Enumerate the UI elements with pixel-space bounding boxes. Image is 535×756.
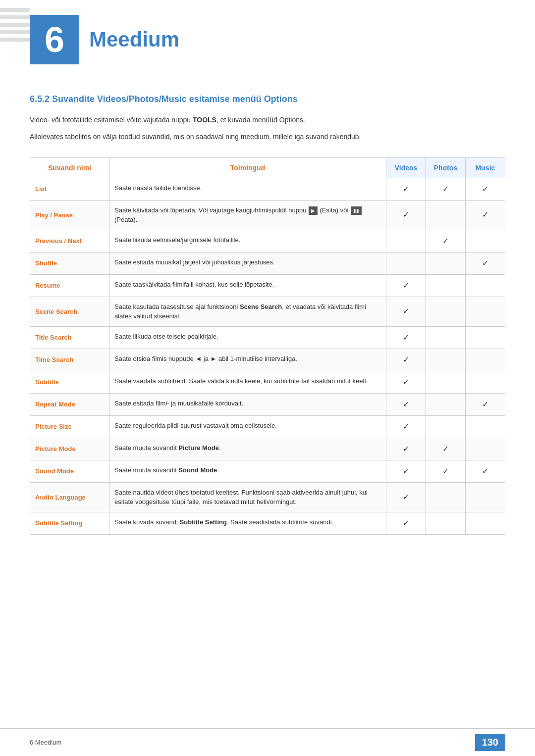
row-videos-check: ✓ bbox=[386, 415, 426, 438]
table-row: ListSaate naasta failide loendisse.✓✓✓ bbox=[30, 178, 505, 200]
row-photos-check: ✓ bbox=[426, 230, 466, 252]
row-photos-check bbox=[426, 393, 466, 415]
row-name: List bbox=[30, 178, 109, 200]
row-name: Audio Language bbox=[30, 482, 109, 512]
row-photos-check: ✓ bbox=[426, 178, 466, 200]
row-name: Previous / Next bbox=[30, 230, 109, 252]
row-description: Saate liikuda eelmisele/järgmisele fotof… bbox=[109, 230, 386, 252]
row-videos-check: ✓ bbox=[386, 200, 426, 230]
row-photos-check bbox=[426, 297, 466, 326]
col-header-videos: Videos bbox=[386, 157, 426, 178]
row-videos-check: ✓ bbox=[386, 371, 426, 393]
row-description: Saate muuta suvandit Sound Mode. bbox=[109, 460, 386, 482]
row-description: Saate käivitada või lõpetada. Või vajuta… bbox=[109, 200, 386, 230]
row-music-check bbox=[466, 371, 505, 393]
table-row: ResumeSaate taaskäivitada filmifaili koh… bbox=[30, 274, 505, 297]
row-videos-check: ✓ bbox=[386, 274, 426, 297]
row-music-check bbox=[466, 230, 505, 252]
row-music-check bbox=[466, 438, 505, 460]
row-photos-check bbox=[426, 274, 466, 297]
row-photos-check bbox=[426, 200, 466, 230]
row-description: Saate esitada muusikat järjest või juhus… bbox=[109, 252, 386, 274]
section-title: 6.5.2 Suvandite Videos/Photos/Music esit… bbox=[30, 94, 505, 104]
col-header-toimingud: Toimingud bbox=[109, 157, 386, 178]
table-row: Play / PauseSaate käivitada või lõpetada… bbox=[30, 200, 505, 230]
row-name: Picture Size bbox=[30, 415, 109, 438]
row-name: Sound Mode bbox=[30, 460, 109, 482]
row-music-check bbox=[466, 512, 505, 534]
row-videos-check: ✓ bbox=[386, 349, 426, 371]
row-name: Subtitle Setting bbox=[30, 512, 109, 534]
footer-right: 130 bbox=[475, 734, 505, 751]
row-music-check bbox=[466, 349, 505, 371]
row-music-check bbox=[466, 415, 505, 438]
row-photos-check bbox=[426, 415, 466, 438]
decorative-lines bbox=[0, 0, 30, 54]
row-name: Time Search bbox=[30, 349, 109, 371]
row-music-check: ✓ bbox=[466, 393, 505, 415]
table-row: Repeat ModeSaate esitada filmi- ja muusi… bbox=[30, 393, 505, 415]
footer-chapter-label: 6 Meedium bbox=[30, 739, 61, 746]
row-description: Saate kuvada suvandi Subtitle Setting. S… bbox=[109, 512, 386, 534]
table-row: Picture ModeSaate muuta suvandit Picture… bbox=[30, 438, 505, 460]
options-table: Suvandi nimi Toimingud Videos Photos Mus… bbox=[30, 157, 505, 535]
row-photos-check: ✓ bbox=[426, 438, 466, 460]
row-music-check bbox=[466, 274, 505, 297]
row-description: Saate otsida filmis nuppude ◄ ja ► abil … bbox=[109, 349, 386, 371]
row-description: Saate reguleerida pildi suurust vastaval… bbox=[109, 415, 386, 438]
row-description: Saate vaadata subtiitreid. Saate valida … bbox=[109, 371, 386, 393]
row-name: Title Search bbox=[30, 326, 109, 349]
row-photos-check bbox=[426, 326, 466, 349]
row-name: Repeat Mode bbox=[30, 393, 109, 415]
row-videos-check bbox=[386, 230, 426, 252]
row-videos-check bbox=[386, 252, 426, 274]
row-videos-check: ✓ bbox=[386, 326, 426, 349]
row-photos-check bbox=[426, 512, 466, 534]
row-music-check: ✓ bbox=[466, 178, 505, 200]
chapter-title: Meedium bbox=[89, 28, 179, 51]
page-header: 6 Meedium bbox=[0, 0, 535, 74]
row-description: Saate kasutada taasesituse ajal funktsio… bbox=[109, 297, 386, 326]
row-videos-check: ✓ bbox=[386, 460, 426, 482]
row-videos-check: ✓ bbox=[386, 297, 426, 326]
col-header-suvandi: Suvandi nimi bbox=[30, 157, 109, 178]
row-name: Subtitle bbox=[30, 371, 109, 393]
row-description: Saate taaskäivitada filmifaili kohast, k… bbox=[109, 274, 386, 297]
row-name: Scene Search bbox=[30, 297, 109, 326]
table-row: Previous / NextSaate liikuda eelmisele/j… bbox=[30, 230, 505, 252]
row-description: Saate esitada filmi- ja muusikafaile kor… bbox=[109, 393, 386, 415]
row-videos-check: ✓ bbox=[386, 438, 426, 460]
table-row: Sound ModeSaate muuta suvandit Sound Mod… bbox=[30, 460, 505, 482]
row-videos-check: ✓ bbox=[386, 482, 426, 512]
table-row: Subtitle SettingSaate kuvada suvandi Sub… bbox=[30, 512, 505, 534]
row-music-check: ✓ bbox=[466, 252, 505, 274]
row-description: Saate liikuda otse teisele pealkirjale. bbox=[109, 326, 386, 349]
table-row: ShuffleSaate esitada muusikat järjest võ… bbox=[30, 252, 505, 274]
row-name: Shuffle bbox=[30, 252, 109, 274]
row-music-check bbox=[466, 297, 505, 326]
row-name: Resume bbox=[30, 274, 109, 297]
row-description: Saate nautida videot ühes toetatud keelt… bbox=[109, 482, 386, 512]
table-row: Title SearchSaate liikuda otse teisele p… bbox=[30, 326, 505, 349]
row-name: Picture Mode bbox=[30, 438, 109, 460]
row-music-check bbox=[466, 482, 505, 512]
row-photos-check bbox=[426, 482, 466, 512]
table-row: SubtitleSaate vaadata subtiitreid. Saate… bbox=[30, 371, 505, 393]
row-description: Saate naasta failide loendisse. bbox=[109, 178, 386, 200]
row-photos-check bbox=[426, 349, 466, 371]
chapter-number: 6 bbox=[30, 15, 79, 64]
row-music-check bbox=[466, 326, 505, 349]
table-row: Picture SizeSaate reguleerida pildi suur… bbox=[30, 415, 505, 438]
page-footer: 6 Meedium 130 bbox=[0, 728, 535, 756]
row-music-check: ✓ bbox=[466, 200, 505, 230]
row-name: Play / Pause bbox=[30, 200, 109, 230]
page-number: 130 bbox=[475, 734, 505, 751]
row-videos-check: ✓ bbox=[386, 512, 426, 534]
row-music-check: ✓ bbox=[466, 460, 505, 482]
row-photos-check bbox=[426, 371, 466, 393]
row-videos-check: ✓ bbox=[386, 178, 426, 200]
row-photos-check bbox=[426, 252, 466, 274]
description-2: Allolevates tabelites on välja toodud su… bbox=[30, 131, 505, 142]
table-row: Time SearchSaate otsida filmis nuppude ◄… bbox=[30, 349, 505, 371]
col-header-photos: Photos bbox=[426, 157, 466, 178]
